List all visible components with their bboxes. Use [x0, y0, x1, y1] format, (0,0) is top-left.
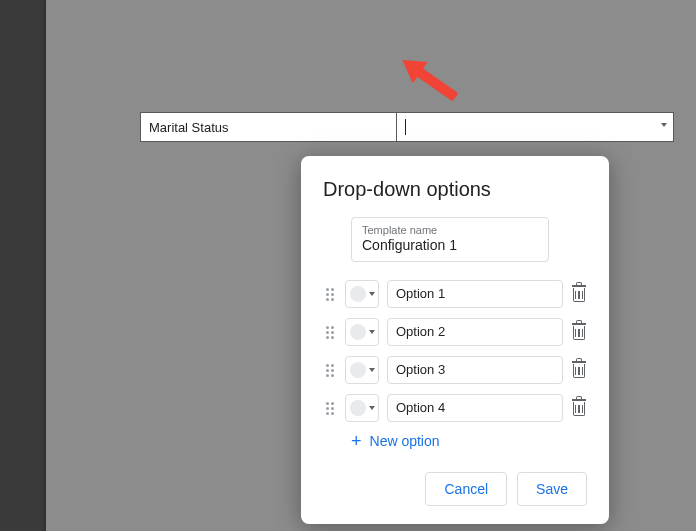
drag-handle-icon[interactable] — [323, 325, 337, 339]
chevron-down-icon — [369, 330, 375, 334]
template-name-value: Configuration 1 — [362, 237, 538, 253]
option-row: Option 4 — [323, 394, 587, 422]
color-selector[interactable] — [345, 356, 379, 384]
trash-icon[interactable] — [571, 361, 587, 379]
option-row: Option 3 — [323, 356, 587, 384]
option-input[interactable]: Option 2 — [387, 318, 563, 346]
dropdown-cell[interactable] — [397, 113, 673, 141]
dialog-actions: Cancel Save — [323, 472, 587, 506]
option-input[interactable]: Option 4 — [387, 394, 563, 422]
new-option-label: New option — [370, 433, 440, 449]
field-label: Marital Status — [149, 120, 228, 135]
drag-handle-icon[interactable] — [323, 363, 337, 377]
option-row: Option 1 — [323, 280, 587, 308]
option-input[interactable]: Option 3 — [387, 356, 563, 384]
drag-handle-icon[interactable] — [323, 287, 337, 301]
chevron-down-icon — [369, 368, 375, 372]
dropdown-options-dialog: Drop-down options Template name Configur… — [301, 156, 609, 524]
drag-handle-icon[interactable] — [323, 401, 337, 415]
save-button[interactable]: Save — [517, 472, 587, 506]
cancel-button[interactable]: Cancel — [425, 472, 507, 506]
form-table-row: Marital Status — [140, 112, 674, 142]
color-selector[interactable] — [345, 394, 379, 422]
color-swatch-icon — [350, 286, 366, 302]
option-row: Option 2 — [323, 318, 587, 346]
color-selector[interactable] — [345, 280, 379, 308]
color-swatch-icon — [350, 362, 366, 378]
trash-icon[interactable] — [571, 323, 587, 341]
chevron-down-icon — [369, 406, 375, 410]
dialog-title: Drop-down options — [323, 178, 587, 201]
color-swatch-icon — [350, 324, 366, 340]
trash-icon[interactable] — [571, 399, 587, 417]
color-selector[interactable] — [345, 318, 379, 346]
template-name-field[interactable]: Template name Configuration 1 — [351, 217, 549, 262]
new-option-button[interactable]: + New option — [351, 432, 587, 450]
text-cursor — [405, 119, 406, 135]
option-input[interactable]: Option 1 — [387, 280, 563, 308]
trash-icon[interactable] — [571, 285, 587, 303]
plus-icon: + — [351, 432, 362, 450]
color-swatch-icon — [350, 400, 366, 416]
template-name-label: Template name — [362, 224, 538, 236]
field-label-cell: Marital Status — [141, 113, 397, 141]
chevron-down-icon — [369, 292, 375, 296]
chevron-down-icon — [661, 123, 667, 127]
options-list: Option 1 Option 2 Option 3 Option 4 — [323, 280, 587, 422]
